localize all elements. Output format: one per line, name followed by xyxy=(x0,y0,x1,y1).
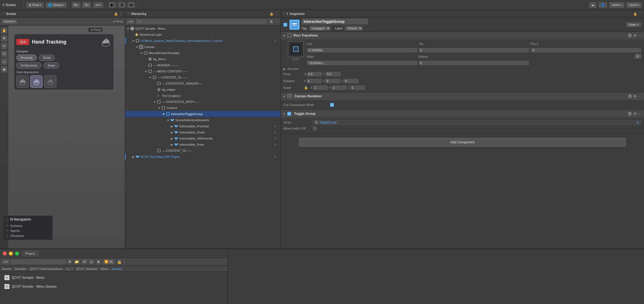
rot-y-value[interactable]: 0 xyxy=(325,78,340,83)
quit-button[interactable]: Quit xyxy=(16,39,29,45)
rect-menu-icon[interactable]: ⋮ xyxy=(638,34,642,37)
anim-btn[interactable]: ≡≡ ▾ xyxy=(93,2,104,8)
project-add-btn[interactable]: + ▾ xyxy=(2,259,9,265)
layout-btn[interactable]: Layout ▾ xyxy=(626,2,642,8)
project-tab[interactable]: Project xyxy=(22,251,38,256)
hand-icon-box-1[interactable] xyxy=(16,75,29,88)
rect-transform-header[interactable]: ▼ Rect Transform ? ⚙ ⋮ xyxy=(281,32,644,39)
bc-qcht[interactable]: QCHT Unity Interactions xyxy=(30,267,63,270)
project-star-btn[interactable]: ★ xyxy=(96,259,101,265)
tree-item-bgmenu[interactable]: bg_Menu xyxy=(125,56,280,62)
hand-icon-box-2[interactable] xyxy=(30,75,43,88)
step-button[interactable]: ⏭ xyxy=(127,2,135,8)
bc-qchtsamples[interactable]: QCHT Samples xyxy=(76,267,98,270)
draw-btn[interactable]: Draw xyxy=(44,62,59,69)
tree-item-content[interactable]: ▼ Content xyxy=(125,105,280,111)
tree-item-dirlight[interactable]: Directional Light xyxy=(125,32,280,38)
pivot-y-value[interactable]: 0.5 xyxy=(326,72,341,77)
tree-item-proximal[interactable]: ▶ Interactable_Proximal ▶ xyxy=(125,123,280,129)
tree-item-uielements[interactable]: ▶ Interactable_UIElements ▶ xyxy=(125,135,280,141)
proximal-btn[interactable]: Proximal xyxy=(16,55,37,61)
object-name-input[interactable] xyxy=(302,18,368,25)
nav-agents[interactable]: Agents xyxy=(6,228,50,233)
project-file-2[interactable]: QCHT Sample - Menu Spaces xyxy=(3,283,225,290)
toggle-group-header[interactable]: ▼ Toggle Group ? ⚙ ⋮ xyxy=(281,110,644,118)
bottom-value[interactable]: 0 xyxy=(419,60,530,65)
inspector-lock-icon[interactable]: 🔒 xyxy=(633,12,637,16)
traffic-red[interactable] xyxy=(3,252,7,255)
account-btn[interactable]: 👤 xyxy=(598,2,607,8)
project-lock-icon[interactable]: 🔒 xyxy=(117,260,122,264)
cull-checkbox[interactable] xyxy=(330,103,334,107)
bc-samples[interactable]: Samples xyxy=(15,267,27,270)
lock-icon[interactable]: 🔒 xyxy=(114,12,118,16)
grid-btn2[interactable]: ⊟ ▾ xyxy=(82,2,91,8)
posz-value[interactable]: -5 xyxy=(530,48,641,53)
play-button[interactable]: ▶ xyxy=(108,2,116,8)
canvas-renderer-header[interactable]: ▼ Canvas Renderer ? ⚙ ⋮ xyxy=(281,92,644,100)
scale-z-value[interactable]: 1 xyxy=(350,85,365,90)
nav-obstacles[interactable]: Obstacles xyxy=(6,233,50,238)
scene-tool-rotate[interactable]: ↺ xyxy=(1,43,8,49)
scale-y-value[interactable]: 1 xyxy=(331,85,347,90)
toggle-settings-icon[interactable]: ⚙ xyxy=(633,112,637,116)
scene-tool-rect[interactable]: ▭ xyxy=(1,58,8,65)
hand-icon-box-3[interactable] xyxy=(44,75,56,88)
script-target-icon[interactable]: ◎ xyxy=(636,121,639,124)
cloud-btn[interactable]: ☁ xyxy=(589,2,597,8)
pause-button[interactable]: ⏸ xyxy=(118,2,126,8)
bc-menu[interactable]: Menu xyxy=(101,267,108,270)
pivot-x-value[interactable]: 0.5 xyxy=(307,72,322,77)
canvas-settings-icon[interactable]: ⚙ xyxy=(633,94,637,98)
static-dropdown-icon[interactable]: ▾ xyxy=(637,23,639,26)
tree-item-draw[interactable]: ▶ Interactable_Draw ▶ xyxy=(125,141,280,148)
hierarchy-search[interactable] xyxy=(136,19,268,24)
project-file-1[interactable]: QCHT Sample - Menu xyxy=(3,274,225,281)
nav-surfaces[interactable]: Surfaces xyxy=(6,223,50,228)
pivot-button[interactable]: ⊕ Pivot ▾ xyxy=(26,2,44,8)
tree-item-qchtrig[interactable]: ▶ QCHT Rig Setup (XR Origin) ▶ xyxy=(125,154,280,160)
r-button[interactable]: R xyxy=(635,54,641,59)
project-search-input[interactable] xyxy=(11,259,66,265)
hierarchy-add-btn[interactable]: + ▾ xyxy=(127,19,134,24)
scene-tool-move[interactable]: ✥ xyxy=(1,35,8,42)
bc-version[interactable]: 4.1.7 xyxy=(66,267,73,270)
tree-item-sceneselect[interactable]: ▼ SceneSelectionElements xyxy=(125,117,280,123)
tree-item-scene[interactable]: ▼ QCHT Sample - Menu xyxy=(125,26,280,32)
traffic-yellow[interactable] xyxy=(9,252,13,255)
tree-item-menucontent[interactable]: ▼ ----MENU CONTENT------ xyxy=(125,68,280,74)
more-icon[interactable]: ⋮ xyxy=(119,12,123,16)
canvas-help-icon[interactable]: ? xyxy=(628,94,632,98)
tree-item-distal[interactable]: ▶ Interactable_Distal ▶ xyxy=(125,129,280,135)
project-warning-btn[interactable]: ⚠ xyxy=(89,259,94,265)
rect-settings-icon[interactable]: ⚙ xyxy=(633,33,637,38)
project-view-btn[interactable]: ⊕ xyxy=(67,259,72,265)
scene-viewport[interactable]: y x z Qu xyxy=(0,26,125,249)
grid-btn1[interactable]: ⊞ ▾ xyxy=(71,2,81,8)
scale-x-value[interactable]: 1 xyxy=(313,85,328,90)
ui-elements-btn[interactable]: UI Elements xyxy=(16,62,41,69)
distal-btn[interactable]: Distal xyxy=(39,55,55,61)
tree-item-uimenu[interactable]: ▼ UI-Menu_Spaces_HandTracking_Horizontal… xyxy=(125,38,280,44)
global-button[interactable]: 🌐 Global ▾ xyxy=(46,2,67,8)
project-more-icon[interactable]: ⋮ xyxy=(123,260,127,264)
toggle-help-icon[interactable]: ? xyxy=(628,112,632,116)
tree-item-bgedges[interactable]: bg_edges xyxy=(125,87,280,93)
rot-z-value[interactable]: 0 xyxy=(344,78,359,83)
layer-select[interactable]: Default xyxy=(345,26,363,31)
object-enabled-checkbox[interactable] xyxy=(283,23,287,27)
top-value[interactable]: 0 xyxy=(419,48,530,53)
bc-assets[interactable]: Assets xyxy=(2,267,11,270)
bc-scenes[interactable]: Scenes xyxy=(112,267,122,270)
tree-item-textlegacy[interactable]: T Text (Legacy) xyxy=(125,93,280,99)
add-component-button[interactable]: Add Component xyxy=(299,138,626,147)
left-value[interactable]: -6.103508e- xyxy=(307,48,418,53)
toggle-menu-icon[interactable]: ⋮ xyxy=(638,112,642,116)
inspector-more-icon[interactable]: ⋮ xyxy=(638,12,642,16)
hierarchy-expand-btn[interactable]: ⊕ xyxy=(269,19,274,24)
tree-item-togglegroup[interactable]: ▼ InteractionToggleGroup xyxy=(125,111,280,117)
hierarchy-lock-icon[interactable]: 🔒 xyxy=(269,12,274,16)
traffic-green[interactable] xyxy=(15,252,19,255)
tree-item-content01[interactable]: ▼ ----CONTENT_01------ xyxy=(125,74,280,80)
rot-x-value[interactable]: 0 xyxy=(306,78,322,83)
